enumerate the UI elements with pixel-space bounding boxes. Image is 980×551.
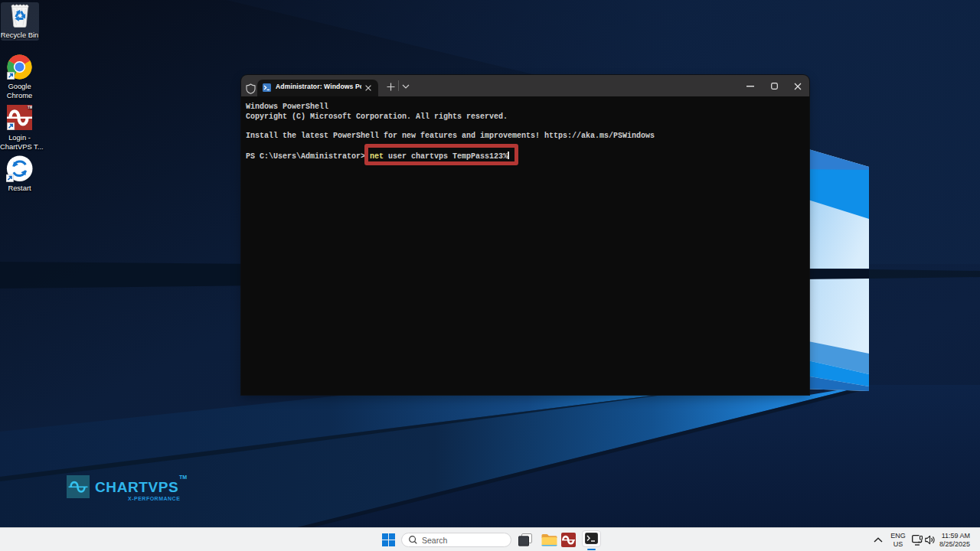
svg-text:TM: TM [28,106,32,109]
